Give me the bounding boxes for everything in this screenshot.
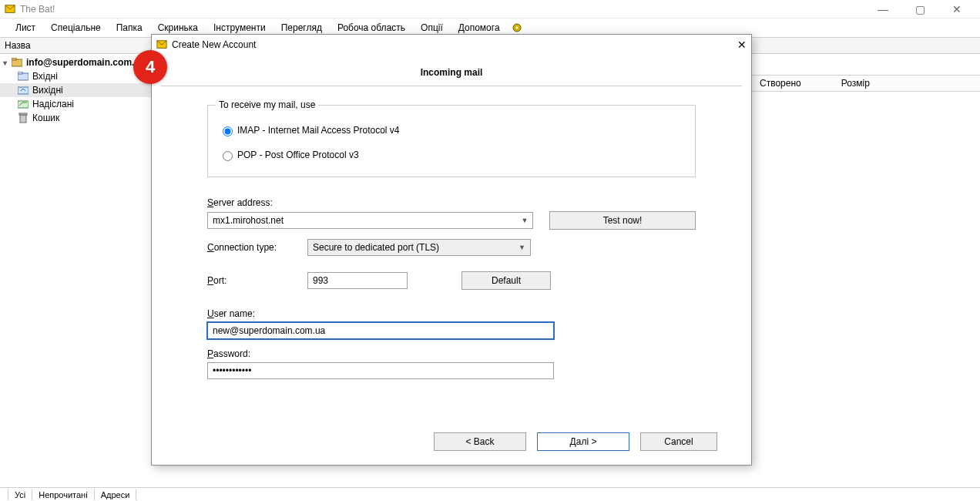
folder-inbox[interactable]: Вхідні [0,69,154,83]
radio-pop-row[interactable]: POP - Post Office Protocol v3 [219,149,684,161]
dialog-section-title: Incoming mail [161,55,742,86]
window-controls: ― ▢ ✕ [872,3,980,15]
server-address-label: Server address: [207,197,273,208]
dialog-button-row: < Back Далі > Cancel [152,422,751,465]
folder-label: Кошик [32,113,59,123]
inbox-icon [17,72,29,81]
account-email-label: info@superdomain.com.ua [26,57,145,68]
sent-icon [17,99,29,109]
folder-sent[interactable]: Надіслані [0,97,154,111]
dialog-title: Create New Account [172,39,737,50]
col-size[interactable]: Розмір [837,78,874,89]
form-grid: Server address: mx1.mirohost.net ▼ Test … [207,197,696,379]
chevron-down-icon: ▼ [521,217,528,224]
folder-label: Надіслані [32,99,74,109]
trash-icon [17,113,29,123]
server-address-value: mx1.mirohost.net [213,215,284,226]
menu-view[interactable]: Перегляд [274,20,330,35]
create-account-dialog: 4 Create New Account ✕ Incoming mail To … [151,34,752,466]
tab-all[interactable]: Усі [8,489,32,500]
menu-mailbox[interactable]: Скринька [150,20,206,35]
folder-outbox[interactable]: Вихідні [0,83,154,97]
connection-type-value: Secure to dedicated port (TLS) [313,242,439,253]
connection-type-label: Connection type: [207,242,307,253]
svg-point-2 [515,27,518,29]
tab-unread[interactable]: Непрочитані [32,489,94,500]
menu-list[interactable]: Лист [8,20,43,35]
folder-label: Вхідні [32,71,58,82]
col-created[interactable]: Створено [755,78,806,89]
server-address-combo[interactable]: mx1.mirohost.net ▼ [207,212,533,229]
password-label: Password: [207,348,250,359]
port-label: Port: [207,275,307,286]
username-input[interactable] [207,322,554,339]
minimize-button[interactable]: ― [872,3,894,15]
cancel-button[interactable]: Cancel [640,432,717,451]
protocol-fieldset: To receive my mail, use IMAP - Internet … [207,105,696,177]
collapse-icon[interactable]: ▾ [3,59,11,67]
maximize-button[interactable]: ▢ [909,3,931,15]
svg-rect-4 [12,58,16,60]
menu-tools[interactable]: Інструменти [206,20,274,35]
chevron-down-icon: ▼ [519,244,525,251]
connection-type-combo[interactable]: Secure to dedicated port (TLS) ▼ [307,239,531,256]
dialog-close-button[interactable]: ✕ [737,39,747,51]
dialog-titlebar: Create New Account ✕ [152,35,751,55]
mailbox-folder-icon [11,58,23,67]
next-button[interactable]: Далі > [537,432,629,451]
dialog-body: Incoming mail To receive my mail, use IM… [152,55,751,422]
radio-imap-row[interactable]: IMAP - Internet Mail Access Protocol v4 [219,124,684,136]
radio-imap[interactable] [223,126,233,136]
radio-imap-label: IMAP - Internet Mail Access Protocol v4 [237,125,400,136]
port-input[interactable] [307,272,408,289]
svg-rect-6 [18,72,22,74]
dialog-app-icon [156,39,167,50]
step-badge: 4 [133,50,167,84]
folder-trash[interactable]: Кошик [0,111,154,125]
menu-special[interactable]: Спеціальне [43,20,109,35]
fieldset-legend: To receive my mail, use [216,99,318,110]
svg-rect-9 [20,115,26,123]
folder-label: Вихідні [32,85,63,96]
menu-workspace[interactable]: Робоча область [330,20,413,35]
menu-folder[interactable]: Папка [109,20,150,35]
main-titlebar: The Bat! ― ▢ ✕ [0,0,980,18]
password-input[interactable] [207,362,554,379]
tab-addresses[interactable]: Адреси [95,489,137,500]
folder-tree: ▾ info@superdomain.com.ua Вхідні Вихідні… [0,54,154,487]
default-port-button[interactable]: Default [461,271,551,290]
gear-icon[interactable] [511,22,523,34]
menu-help[interactable]: Допомога [451,20,508,35]
outbox-icon [17,86,29,95]
svg-rect-8 [18,101,29,108]
app-icon [5,4,15,15]
app-title: The Bat! [20,4,55,15]
radio-pop-label: POP - Post Office Protocol v3 [237,150,359,160]
close-button[interactable]: ✕ [946,3,968,15]
menu-options[interactable]: Опції [413,20,451,35]
account-row[interactable]: ▾ info@superdomain.com.ua [0,55,154,69]
test-now-button[interactable]: Test now! [549,211,696,230]
bottom-tabs: Усі Непрочитані Адреси [0,487,980,501]
svg-rect-10 [19,113,27,115]
radio-pop[interactable] [223,151,233,161]
back-button[interactable]: < Back [434,432,526,451]
tree-header-label: Назва [5,40,31,51]
username-label: User name: [207,308,255,319]
